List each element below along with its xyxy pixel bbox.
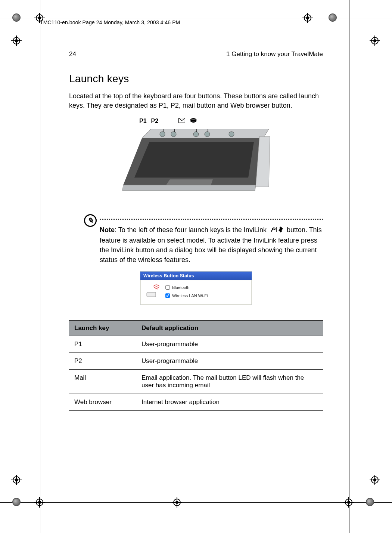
launch-key-table: Launch key Default application P1 User-p… (69, 320, 323, 411)
crop-line-right (349, 0, 349, 533)
cell-app: Email application. The mail button LED w… (136, 369, 323, 394)
note-divider (100, 219, 323, 220)
running-header: 24 1 Getting to know your TravelMate (69, 50, 323, 58)
note-text: Note: To the left of these four launch k… (100, 225, 323, 265)
svg-rect-55 (147, 292, 156, 297)
note-block: ✎ Note: To the left of these four launch… (69, 219, 323, 265)
chapter-title: 1 Getting to know your TravelMate (226, 50, 323, 58)
svg-marker-46 (134, 142, 254, 178)
section-heading: Launch keys (69, 73, 323, 85)
intro-paragraph: Located at the top of the keyboard are f… (69, 92, 323, 110)
reg-disc-tr (329, 13, 337, 22)
web-icon (190, 118, 197, 124)
cell-app: User-programmable (136, 352, 323, 369)
bluetooth-option: Bluetooth (165, 285, 208, 290)
laptop-figure: P1 P2 (121, 118, 271, 207)
label-p1: P1 (139, 118, 147, 124)
reg-disc-br (366, 498, 374, 506)
crop-line-left (40, 0, 40, 533)
reg-target-tr (302, 13, 313, 23)
reg-target-bl (34, 497, 45, 508)
svg-point-43 (205, 132, 210, 137)
cell-key: Web browser (69, 394, 136, 410)
svg-marker-48 (166, 179, 213, 185)
laptop-key-labels: P1 P2 (139, 118, 197, 124)
note-icon: ✎ (84, 214, 97, 227)
bluetooth-checkbox[interactable] (165, 285, 170, 290)
dialog-title: Wireless Button Status (140, 272, 252, 280)
svg-point-40 (160, 132, 165, 137)
page-content: 24 1 Getting to know your TravelMate Lau… (69, 50, 323, 411)
reg-target-bc (172, 497, 182, 508)
wireless-status-dialog: Wireless Button Status Bluetooth Wireles… (140, 271, 252, 305)
label-p2: P2 (151, 118, 159, 124)
invilink-icon (270, 226, 283, 235)
reg-disc-bl (12, 498, 21, 506)
svg-marker-47 (122, 185, 256, 191)
cell-key: P2 (69, 352, 136, 369)
dialog-body: Bluetooth Wireless LAN Wi-Fi (141, 280, 251, 304)
svg-point-37 (190, 118, 197, 123)
note-prefix: Note (100, 226, 115, 234)
source-meta-line: TMC110-en.book Page 24 Monday, March 3, … (40, 19, 180, 25)
mail-icon (178, 118, 185, 124)
table-row: P2 User-programmable (69, 352, 323, 369)
note-part1: : To the left of these four launch keys … (115, 226, 268, 234)
wifi-option: Wireless LAN Wi-Fi (165, 293, 208, 298)
cell-key: P1 (69, 336, 136, 352)
table-header-row: Launch key Default application (69, 320, 323, 336)
table-row: Mail Email application. The mail button … (69, 369, 323, 394)
table-row: P1 User-programmable (69, 336, 323, 352)
svg-point-41 (171, 132, 176, 137)
cell-key: Mail (69, 369, 136, 394)
wifi-label: Wireless LAN Wi-Fi (172, 293, 208, 298)
reg-target-br (343, 497, 354, 508)
reg-disc-tl (12, 13, 21, 22)
svg-point-42 (193, 132, 199, 137)
page-scan: TMC110-en.book Page 24 Monday, March 3, … (0, 0, 392, 533)
reg-target-ml2 (11, 475, 22, 485)
th-default-app: Default application (136, 320, 323, 336)
page-number: 24 (69, 50, 76, 58)
cell-app: Internet browser application (136, 394, 323, 410)
table-row: Web browser Internet browser application (69, 394, 323, 410)
crop-line-bottom (0, 502, 392, 503)
cell-app: User-programmable (136, 336, 323, 352)
th-launch-key: Launch key (69, 320, 136, 336)
wifi-checkbox[interactable] (165, 293, 170, 298)
wireless-dialog-icon (145, 284, 160, 299)
bluetooth-label: Bluetooth (172, 285, 189, 290)
reg-target-mr2 (370, 475, 380, 485)
dialog-options: Bluetooth Wireless LAN Wi-Fi (165, 285, 208, 298)
reg-target-ml1 (11, 36, 22, 46)
svg-point-44 (229, 132, 234, 137)
reg-target-mr1 (370, 36, 380, 46)
laptop-illustration (121, 129, 271, 207)
